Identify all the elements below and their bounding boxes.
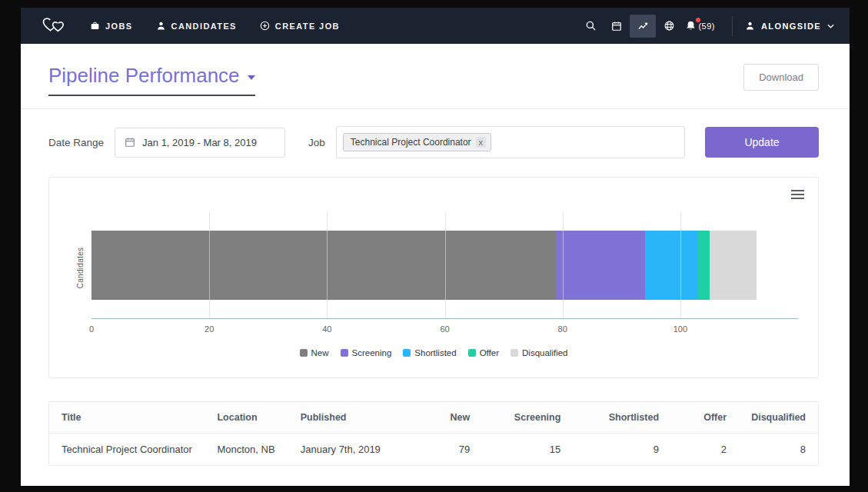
column-header: Offer	[671, 402, 739, 434]
y-axis-label: Candidates	[76, 248, 85, 289]
stacked-bar	[91, 231, 798, 300]
person-icon	[156, 21, 166, 31]
column-header: Location	[205, 402, 288, 434]
account-menu[interactable]: Alongside	[745, 21, 834, 31]
search-button[interactable]	[577, 15, 604, 38]
plot-area	[91, 212, 798, 318]
gridline-overlay	[327, 231, 328, 300]
column-header: Disqualified	[739, 402, 818, 434]
navbar-actions: (59) Alongside	[577, 15, 834, 38]
nav-label: Jobs	[105, 22, 133, 31]
results-table-card: TitleLocationPublishedNewScreeningShortl…	[48, 401, 819, 466]
x-tick-label: 0	[89, 324, 94, 334]
chart-context-menu-icon[interactable]	[791, 190, 804, 199]
bar-segment-offer[interactable]	[698, 231, 710, 300]
nav-item-candidates[interactable]: Candidates	[156, 21, 237, 31]
column-header: New	[414, 402, 482, 434]
nav-label: Create Job	[275, 22, 340, 31]
nav-divider	[732, 16, 733, 36]
legend-item-shortlisted[interactable]: Shortlisted	[403, 348, 456, 357]
calendar-small-icon	[125, 137, 135, 148]
bar-segment-shortlisted[interactable]	[645, 231, 698, 300]
table-cell: Moncton, NB	[205, 434, 288, 466]
account-label: Alongside	[761, 22, 821, 31]
reports-button[interactable]	[630, 15, 656, 38]
primary-nav: Jobs Candidates Create Job	[90, 21, 340, 31]
legend-item-disqualified[interactable]: Disqualified	[510, 348, 567, 357]
nav-item-create-job[interactable]: Create Job	[260, 21, 340, 31]
date-range-input[interactable]: Jan 1, 2019 - Mar 8, 2019	[115, 128, 285, 158]
table-row[interactable]: Technical Project CoordinatorMoncton, NB…	[49, 434, 818, 466]
nav-item-jobs[interactable]: Jobs	[90, 21, 133, 31]
date-range-label: Date Range	[48, 137, 104, 148]
bar-segment-disqualified[interactable]	[710, 231, 757, 300]
gridline-overlay	[209, 231, 210, 300]
x-axis-ticks: 020406080100	[91, 324, 798, 335]
job-select-input[interactable]: Technical Project Coordinator x	[336, 126, 685, 158]
gridline-overlay	[563, 231, 564, 300]
chart-line-icon	[637, 20, 649, 32]
gridline-overlay	[680, 231, 681, 300]
search-icon	[585, 20, 597, 32]
nav-label: Candidates	[171, 22, 237, 31]
page-title: Pipeline Performance	[48, 64, 240, 88]
legend-item-new[interactable]: New	[300, 348, 329, 357]
x-tick-label: 60	[440, 324, 449, 334]
globe-icon	[663, 20, 675, 32]
legend-swatch-icon	[510, 349, 518, 357]
account-person-icon	[745, 21, 755, 31]
notifications-button[interactable]: (59)	[682, 15, 718, 38]
chart-legend: NewScreeningShortlistedOfferDisqualified	[49, 348, 818, 357]
table-cell: 79	[414, 434, 482, 466]
brand-logo[interactable]	[41, 16, 67, 36]
column-header: Screening	[482, 402, 573, 434]
chart-card: Candidates 020406080100 NewScreeningShor…	[48, 177, 819, 378]
report-title-dropdown[interactable]: Pipeline Performance	[48, 64, 255, 96]
job-tag-label: Technical Project Coordinator	[351, 137, 471, 148]
bell-icon	[685, 20, 697, 32]
chevron-down-icon	[827, 24, 834, 28]
legend-item-screening[interactable]: Screening	[341, 348, 392, 357]
table-cell: Technical Project Coordinator	[49, 434, 205, 466]
results-table: TitleLocationPublishedNewScreeningShortl…	[49, 402, 818, 465]
globe-button[interactable]	[656, 15, 682, 38]
table-cell: January 7th, 2019	[288, 434, 415, 466]
notification-dot	[696, 18, 700, 22]
legend-swatch-icon	[341, 349, 348, 357]
gridline-overlay	[445, 231, 446, 300]
hearts-logo-icon	[41, 16, 67, 36]
job-tag: Technical Project Coordinator x	[343, 133, 491, 151]
x-tick-label: 100	[673, 324, 687, 334]
filter-bar: Date Range Jan 1, 2019 - Mar 8, 2019 Job…	[21, 109, 850, 163]
update-button[interactable]: Update	[705, 127, 819, 158]
table-cell: 9	[573, 434, 671, 466]
tag-remove-icon[interactable]: x	[476, 137, 487, 148]
legend-label: Shortlisted	[414, 348, 456, 357]
notification-count: (59)	[698, 22, 715, 31]
column-header: Title	[49, 402, 205, 434]
legend-label: Disqualified	[522, 348, 567, 357]
legend-label: Screening	[352, 348, 392, 357]
x-tick-label: 40	[322, 324, 331, 334]
briefcase-icon	[90, 21, 100, 31]
legend-swatch-icon	[300, 349, 308, 357]
column-header: Shortlisted	[573, 402, 671, 434]
legend-item-offer[interactable]: Offer	[468, 348, 499, 357]
download-button[interactable]: Download	[743, 64, 819, 91]
bar-segment-new[interactable]	[91, 231, 557, 300]
legend-swatch-icon	[468, 349, 476, 357]
x-tick-label: 80	[558, 324, 567, 334]
table-cell: 15	[482, 434, 573, 466]
legend-swatch-icon	[403, 349, 411, 357]
plus-circle-icon	[260, 21, 270, 31]
calendar-button[interactable]	[604, 15, 630, 38]
bar-segment-screening[interactable]	[557, 231, 645, 300]
table-cell: 2	[671, 434, 739, 466]
calendar-icon	[611, 21, 622, 32]
x-tick-label: 20	[205, 324, 214, 334]
x-axis-line	[91, 318, 798, 319]
table-cell: 8	[739, 434, 818, 466]
legend-label: New	[311, 348, 329, 357]
page-header: Pipeline Performance Download	[21, 44, 850, 108]
top-navbar: Jobs Candidates Create Job	[21, 8, 850, 44]
